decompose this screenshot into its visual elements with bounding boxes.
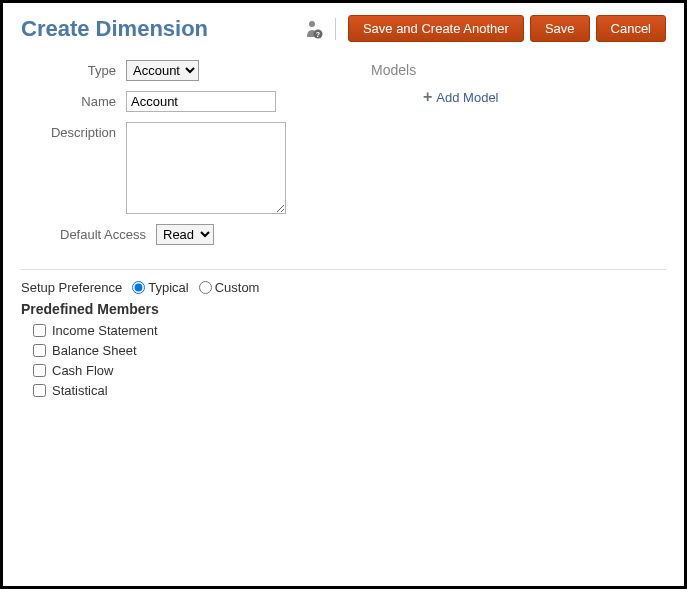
predefined-label: Cash Flow [52,363,113,378]
user-help-icon[interactable]: ? [305,19,323,39]
left-column: Type Account Name Description Default Ac… [21,60,321,255]
predefined-label: Income Statement [52,323,158,338]
default-access-select[interactable]: Read [156,224,214,245]
separator [335,18,336,40]
description-row: Description [21,122,321,214]
save-and-create-another-button[interactable]: Save and Create Another [348,15,524,42]
type-select[interactable]: Account [126,60,199,81]
predefined-member-item[interactable]: Cash Flow [33,363,666,378]
right-column: Models + Add Model [341,60,666,255]
svg-point-0 [309,21,315,27]
setup-preference-row: Setup Preference Typical Custom [21,280,666,295]
predefined-member-item[interactable]: Statistical [33,383,666,398]
predefined-checkbox[interactable] [33,364,46,377]
top-bar: Create Dimension ? Save and Create Anoth… [21,15,666,42]
save-button[interactable]: Save [530,15,590,42]
predefined-members-list: Income Statement Balance Sheet Cash Flow… [21,323,666,398]
default-access-label: Default Access [21,224,156,242]
custom-radio[interactable] [199,281,212,294]
name-label: Name [21,91,126,109]
predefined-members-heading: Predefined Members [21,301,666,317]
custom-radio-wrap[interactable]: Custom [199,280,260,295]
setup-preference-label: Setup Preference [21,280,122,295]
add-model-link[interactable]: + Add Model [423,88,499,106]
predefined-label: Statistical [52,383,108,398]
description-textarea[interactable] [126,122,286,214]
predefined-member-item[interactable]: Income Statement [33,323,666,338]
name-row: Name [21,91,321,112]
svg-text:?: ? [316,31,320,38]
predefined-checkbox[interactable] [33,344,46,357]
type-row: Type Account [21,60,321,81]
default-access-row: Default Access Read [21,224,321,245]
divider [21,269,666,270]
typical-radio[interactable] [132,281,145,294]
typical-radio-wrap[interactable]: Typical [132,280,188,295]
plus-icon: + [423,88,432,106]
models-heading: Models [371,62,666,78]
predefined-checkbox[interactable] [33,384,46,397]
typical-radio-label: Typical [148,280,188,295]
description-label: Description [21,122,126,140]
predefined-checkbox[interactable] [33,324,46,337]
name-input[interactable] [126,91,276,112]
add-model-label: Add Model [436,90,498,105]
top-actions: ? Save and Create Another Save Cancel [305,15,666,42]
type-label: Type [21,60,126,78]
predefined-label: Balance Sheet [52,343,137,358]
create-dimension-dialog: Create Dimension ? Save and Create Anoth… [0,0,687,589]
page-title: Create Dimension [21,16,208,42]
cancel-button[interactable]: Cancel [596,15,666,42]
form-body: Type Account Name Description Default Ac… [21,60,666,255]
predefined-member-item[interactable]: Balance Sheet [33,343,666,358]
custom-radio-label: Custom [215,280,260,295]
